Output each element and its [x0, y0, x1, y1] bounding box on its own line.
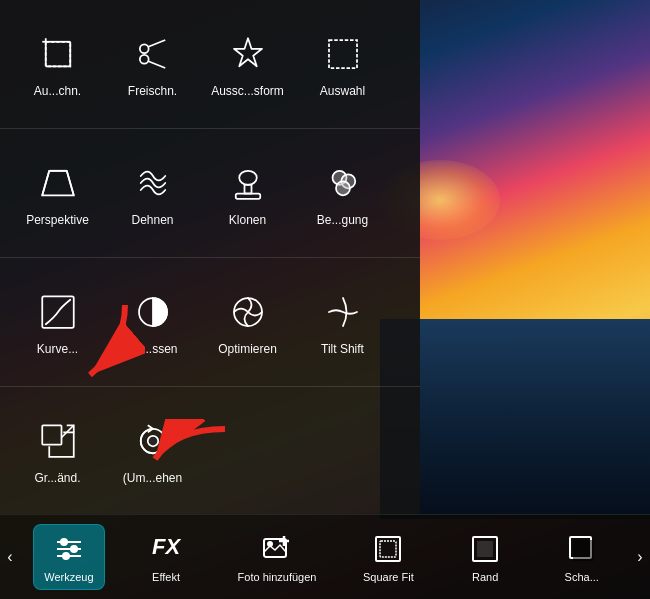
tool-row-4: Gr...änd. (Um...ehen [0, 387, 420, 515]
tool-tiltshift[interactable]: Tilt Shift [295, 284, 390, 360]
perspective-label: Perspektive [26, 213, 89, 227]
crop-label: Au...chn. [34, 84, 81, 98]
optimize-icon [224, 288, 272, 336]
svg-point-3 [139, 44, 148, 53]
tool-row-1: Au...chn. Freischn. Aussc...sform [0, 0, 420, 129]
tool-clone[interactable]: Klonen [200, 155, 295, 231]
squarefit-label: Square Fit [363, 571, 414, 583]
toolbar-item-squarefit[interactable]: Square Fit [353, 525, 424, 589]
tool-resize[interactable]: Gr...änd. [10, 413, 105, 489]
svg-line-11 [66, 171, 73, 196]
svg-line-10 [42, 171, 49, 196]
curves-label: Kurve... [37, 342, 78, 356]
tool-selection-shape[interactable]: Aussc...sform [200, 26, 295, 102]
optimize-label: Optimieren [218, 342, 277, 356]
selection-icon [319, 30, 367, 78]
toolbar-item-rand[interactable]: Rand [450, 525, 520, 589]
tool-row-3: Kurve... An...ssen Optimieren [0, 258, 420, 387]
svg-rect-15 [235, 194, 260, 199]
tool-stretch[interactable]: Dehnen [105, 155, 200, 231]
curves-icon [34, 288, 82, 336]
toolbar-item-werkzeug[interactable]: Werkzeug [33, 524, 104, 590]
werkzeug-label: Werkzeug [44, 571, 93, 583]
water-reflection [380, 319, 650, 519]
right-arrow-icon: › [637, 548, 642, 566]
adjust-label: An...ssen [127, 342, 177, 356]
svg-marker-7 [234, 38, 262, 66]
sliders-icon [51, 531, 87, 567]
undo-icon [129, 417, 177, 465]
selection-shape-label: Aussc...sform [211, 84, 284, 98]
tool-perspective[interactable]: Perspektive [10, 155, 105, 231]
svg-point-18 [336, 181, 350, 195]
add-photo-icon [259, 531, 295, 567]
undo-label: (Um...ehen [123, 471, 182, 485]
blur-icon [319, 159, 367, 207]
toolbar-scroll-right[interactable]: › [630, 515, 650, 600]
tools-panel: Au...chn. Freischn. Aussc...sform [0, 0, 420, 515]
tool-optimize[interactable]: Optimieren [200, 284, 295, 360]
star-icon [224, 30, 272, 78]
svg-point-32 [71, 546, 77, 552]
freecut-label: Freischn. [128, 84, 177, 98]
left-arrow-icon: ‹ [7, 548, 12, 566]
tiltshift-label: Tilt Shift [321, 342, 364, 356]
bottom-toolbar: ‹ Werkzeug FX Effekt [0, 514, 650, 599]
svg-point-25 [147, 436, 158, 447]
foto-label: Foto hinzufügen [238, 571, 317, 583]
border-icon [467, 531, 503, 567]
fx-icon: FX [148, 531, 184, 567]
tool-blur[interactable]: Be...gung [295, 155, 390, 231]
svg-rect-0 [45, 42, 70, 67]
effekt-label: Effekt [152, 571, 180, 583]
selection-label: Auswahl [320, 84, 365, 98]
adjust-icon [129, 288, 177, 336]
blur-label: Be...gung [317, 213, 368, 227]
svg-rect-43 [573, 540, 594, 561]
toolbar-scroll-left[interactable]: ‹ [0, 515, 20, 600]
fx-text: FX [152, 534, 180, 560]
svg-point-13 [239, 171, 257, 185]
svg-point-4 [139, 55, 148, 64]
svg-rect-14 [244, 185, 251, 194]
toolbar-items: Werkzeug FX Effekt Foto hinzufügen [20, 524, 630, 590]
tool-row-2: Perspektive Dehnen Klonen [0, 129, 420, 258]
scissors-icon [129, 30, 177, 78]
svg-rect-39 [380, 541, 396, 557]
svg-point-37 [268, 542, 272, 546]
tool-crop[interactable]: Au...chn. [10, 26, 105, 102]
shadow-icon [564, 531, 600, 567]
stamp-icon [224, 159, 272, 207]
toolbar-item-scha[interactable]: Scha... [547, 525, 617, 589]
svg-rect-8 [329, 40, 357, 68]
toolbar-item-foto[interactable]: Foto hinzufügen [228, 525, 327, 589]
svg-line-6 [147, 61, 165, 68]
resize-icon [34, 417, 82, 465]
tool-undo[interactable]: (Um...ehen [105, 413, 200, 489]
stretch-label: Dehnen [131, 213, 173, 227]
tool-curves[interactable]: Kurve... [10, 284, 105, 360]
tool-selection[interactable]: Auswahl [295, 26, 390, 102]
stretch-icon [129, 159, 177, 207]
tiltshift-icon [319, 288, 367, 336]
scha-label: Scha... [565, 571, 599, 583]
svg-point-33 [63, 553, 69, 559]
crop-icon [34, 30, 82, 78]
resize-label: Gr...änd. [34, 471, 80, 485]
perspective-icon [34, 159, 82, 207]
tool-adjust[interactable]: An...ssen [105, 284, 200, 360]
svg-point-31 [61, 539, 67, 545]
svg-line-5 [147, 40, 165, 47]
clone-label: Klonen [229, 213, 266, 227]
svg-rect-41 [477, 541, 493, 557]
svg-rect-22 [42, 425, 61, 444]
rand-label: Rand [472, 571, 498, 583]
toolbar-item-effekt[interactable]: FX Effekt [131, 525, 201, 589]
tool-freecut[interactable]: Freischn. [105, 26, 200, 102]
square-fit-icon [370, 531, 406, 567]
svg-marker-9 [42, 171, 74, 196]
